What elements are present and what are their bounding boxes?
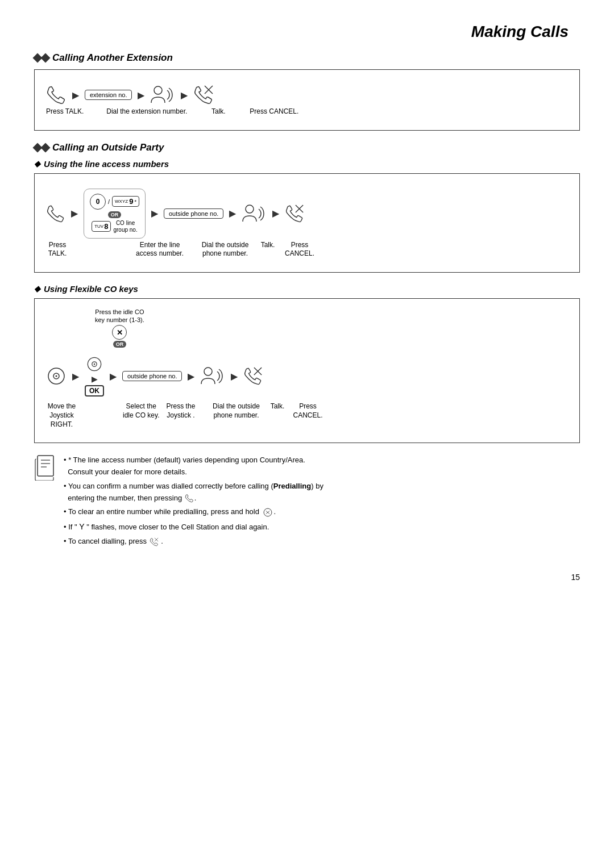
- label-press-cancel-2: PressCANCEL.: [285, 241, 314, 258]
- sub1-flow: ▶ 0 / WXYZ9 * OR TUV8 CO linegroup no.: [46, 183, 568, 241]
- label-dial-extension: Dial the extension number.: [106, 107, 187, 116]
- cancel-icon-2: [285, 204, 304, 223]
- sub2-labels: Move theJoystickRIGHT. Select theidle CO…: [46, 402, 568, 433]
- talk-icon-2: [242, 203, 267, 224]
- joystick-icon: [46, 366, 67, 386]
- note-1: • * The line access number (default) var…: [64, 454, 323, 478]
- sub1-diagram: ▶ 0 / WXYZ9 * OR TUV8 CO linegroup no.: [34, 173, 580, 273]
- arrow-1: ▶: [72, 90, 79, 101]
- section1-title: Calling Another Extension: [34, 52, 580, 64]
- phone-icon-2: [46, 204, 65, 223]
- page-number: 15: [34, 573, 580, 582]
- note-clear-icon: [262, 508, 274, 517]
- talk-icon-3: [200, 366, 225, 386]
- section2-title: Calling an Outside Party: [34, 142, 580, 153]
- label-talk-2: Talk.: [256, 241, 279, 250]
- section1-flow: ▶ extension no. ▶ ▶: [46, 79, 568, 107]
- note-5: • To cancel dialling, press .: [64, 536, 323, 548]
- label-press-joystick: Press theJoystick .: [165, 402, 196, 420]
- section1-labels: Press TALK. Dial the extension number. T…: [46, 107, 568, 121]
- arrow-2: ▶: [138, 90, 144, 101]
- label-select-idle-co: Select theidle CO key.: [123, 402, 159, 420]
- page-title: Making Calls: [34, 23, 580, 41]
- or-badge-2: OR: [113, 341, 127, 348]
- subsection-line-access: ◆ Using the line access numbers: [34, 159, 580, 169]
- note-4: • If " Y " flashes, move closer to the C…: [64, 520, 323, 533]
- triangle-icon: ◆: [34, 159, 40, 168]
- notes-icon: [34, 454, 57, 550]
- note-phone-icon: [184, 494, 194, 503]
- label-talk-3: Talk.: [267, 402, 287, 411]
- label-talk-1: Talk.: [204, 107, 233, 116]
- line-access-keys: 0 / WXYZ9 * OR TUV8 CO linegroup no.: [84, 189, 146, 239]
- sub2-diagram: Press the idle COkey number (1-3). ✕ OR …: [34, 298, 580, 443]
- label-press-talk-2: PressTALK.: [46, 241, 69, 258]
- key-0: 0: [90, 194, 106, 210]
- outside-phone-no-box-2: outside phone no.: [122, 371, 182, 381]
- label-press-cancel-1: Press CANCEL.: [250, 107, 298, 116]
- svg-point-11: [94, 364, 96, 365]
- svg-point-0: [154, 86, 162, 94]
- diamond-icon: [34, 55, 49, 61]
- svg-point-3: [246, 205, 254, 213]
- svg-point-8: [56, 375, 57, 377]
- arrow-3: ▶: [181, 90, 188, 101]
- cancel-icon-1: [193, 85, 214, 105]
- svg-point-12: [204, 368, 212, 375]
- note-3: • To clear an entire number while predia…: [64, 506, 323, 518]
- extension-no-box: extension no.: [85, 90, 132, 100]
- label-dial-outside-2: Dial the outsidephone number.: [210, 402, 262, 420]
- key-x-icon: ✕: [112, 325, 127, 340]
- phone-icon-1: [46, 85, 67, 105]
- svg-rect-15: [38, 456, 53, 476]
- notes-section: • * The line access number (default) var…: [34, 454, 580, 550]
- label-dial-outside-1: Dial the outsidephone number.: [200, 241, 251, 258]
- label-move-joystick: Move theJoystickRIGHT.: [46, 402, 77, 429]
- joystick2-icon: [86, 356, 103, 373]
- notes-text: • * The line access number (default) var…: [64, 454, 323, 550]
- triangle-icon-2: ◆: [34, 284, 40, 293]
- co-key-instruction: Press the idle COkey number (1-3).: [95, 308, 144, 324]
- subsection-flexible-co: ◆ Using Flexible CO keys: [34, 284, 580, 294]
- section1-diagram: ▶ extension no. ▶ ▶: [34, 69, 580, 131]
- key-tuv8-group: TUV8 CO linegroup no.: [92, 220, 138, 233]
- section-calling-outside-party: Calling an Outside Party ◆ Using the lin…: [34, 142, 580, 444]
- or-badge-1: OR: [108, 211, 122, 218]
- label-press-cancel-3: PressCANCEL.: [293, 402, 322, 420]
- outside-phone-no-box-1: outside phone no.: [164, 208, 223, 219]
- sub1-labels: PressTALK. Enter the lineaccess number. …: [46, 241, 568, 263]
- talk-icon-1: [150, 85, 175, 105]
- note-2: • You can confirm a number was dialled c…: [64, 481, 323, 504]
- note-cancel-icon: [149, 537, 159, 546]
- sub2-flow: ▶ ▶ OK ▶ outside phone no. ▶: [46, 350, 568, 399]
- cancel-icon-3: [243, 366, 263, 386]
- section-calling-another-extension: Calling Another Extension ▶ extension no…: [34, 52, 580, 131]
- label-press-talk: Press TALK.: [46, 107, 84, 116]
- label-enter-line: Enter the lineaccess number.: [134, 241, 185, 258]
- diamond-icon-2: [34, 144, 49, 151]
- key-9wxyz: WXYZ9 *: [112, 196, 139, 207]
- ok-button: OK: [85, 385, 104, 397]
